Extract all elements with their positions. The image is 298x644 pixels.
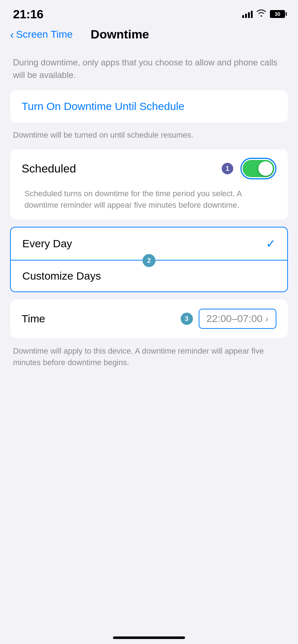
turn-on-card[interactable]: Turn On Downtime Until Schedule <box>10 90 288 123</box>
wifi-icon <box>256 9 266 19</box>
time-badge: 3 <box>181 313 193 325</box>
customize-days-label: Customize Days <box>22 270 101 282</box>
nav-bar: ‹ Screen Time Downtime <box>0 22 298 47</box>
scheduled-description: Scheduled turns on downtime for the time… <box>22 188 276 220</box>
time-label: Time <box>22 313 45 325</box>
scheduled-row: Scheduled 1 <box>22 149 276 188</box>
time-value: 22:00–07:00 <box>207 313 263 325</box>
checkmark-icon: ✓ <box>266 237 276 250</box>
scheduled-toggle[interactable] <box>243 160 274 177</box>
scheduled-badge: 1 <box>222 163 233 174</box>
back-chevron-icon: ‹ <box>10 29 14 40</box>
main-content: During downtime, only apps that you choo… <box>0 47 298 390</box>
time-right: 3 22:00–07:00 › <box>181 309 276 329</box>
time-value-box[interactable]: 22:00–07:00 › <box>199 309 276 329</box>
status-time: 21:16 <box>13 7 43 21</box>
days-section: Every Day ✓ Customize Days 2 <box>10 227 288 292</box>
time-chevron-icon: › <box>265 313 268 325</box>
status-icons: 30 <box>242 9 285 19</box>
time-row: Time 3 22:00–07:00 › <box>10 299 288 338</box>
time-card: Time 3 22:00–07:00 › <box>10 299 288 338</box>
home-indicator <box>113 636 185 639</box>
signal-icon <box>242 10 253 18</box>
turn-on-label[interactable]: Turn On Downtime Until Schedule <box>22 100 184 112</box>
toggle-knob <box>258 161 273 176</box>
schedule-note: Downtime will be turned on until schedul… <box>13 130 285 141</box>
status-bar: 21:16 30 <box>0 0 298 22</box>
time-note: Downtime will apply to this device. A do… <box>13 345 285 368</box>
description-text: During downtime, only apps that you choo… <box>13 56 285 82</box>
battery-icon: 30 <box>270 10 285 18</box>
toggle-wrapper[interactable] <box>240 158 276 179</box>
days-badge: 2 <box>143 254 155 267</box>
page-title: Downtime <box>91 27 149 41</box>
scheduled-card: Scheduled 1 Scheduled turns on downtime … <box>10 149 288 220</box>
back-label: Screen Time <box>16 29 73 40</box>
scheduled-right: 1 <box>222 158 276 179</box>
every-day-label: Every Day <box>22 238 72 250</box>
scheduled-label: Scheduled <box>22 162 76 175</box>
back-button[interactable]: ‹ Screen Time <box>10 29 73 40</box>
